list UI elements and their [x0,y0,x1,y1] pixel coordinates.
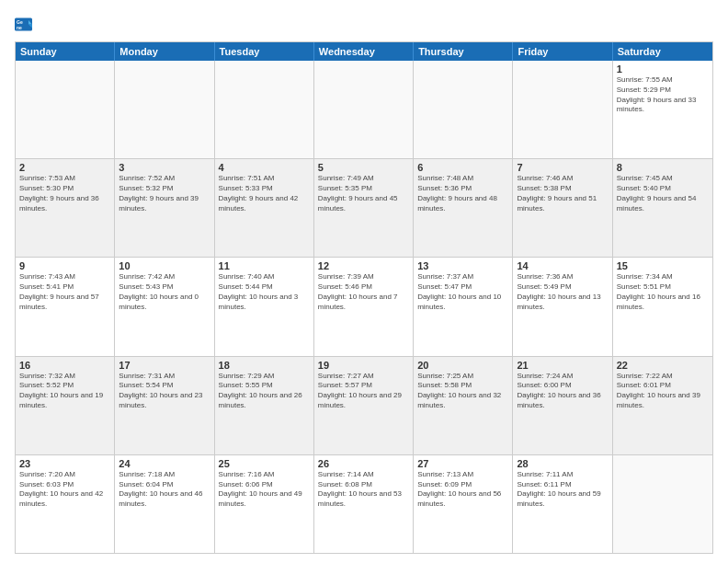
calendar-cell: 12Sunrise: 7:39 AM Sunset: 5:46 PM Dayli… [314,258,414,355]
calendar-cell: 21Sunrise: 7:24 AM Sunset: 6:00 PM Dayli… [513,357,612,454]
day-info: Sunrise: 7:22 AM Sunset: 6:01 PM Dayligh… [617,372,709,411]
calendar-header-cell: Tuesday [215,42,314,61]
calendar-cell: 8Sunrise: 7:45 AM Sunset: 5:40 PM Daylig… [613,159,712,257]
calendar-cell: 23Sunrise: 7:20 AM Sunset: 6:03 PM Dayli… [16,455,115,553]
calendar-row: 16Sunrise: 7:32 AM Sunset: 5:52 PM Dayli… [16,357,712,455]
day-number: 17 [119,360,210,371]
day-info: Sunrise: 7:27 AM Sunset: 5:57 PM Dayligh… [318,372,409,411]
day-info: Sunrise: 7:24 AM Sunset: 6:00 PM Dayligh… [517,372,608,411]
calendar-cell: 5Sunrise: 7:49 AM Sunset: 5:35 PM Daylig… [314,159,414,257]
calendar-body: 1Sunrise: 7:55 AM Sunset: 5:29 PM Daylig… [16,61,712,553]
day-number: 1 [617,63,709,75]
day-number: 4 [219,162,310,173]
calendar-header-cell: Thursday [414,42,513,61]
calendar-header-cell: Monday [115,42,214,61]
calendar-cell: 2Sunrise: 7:53 AM Sunset: 5:30 PM Daylig… [16,159,115,257]
day-number: 10 [119,260,210,271]
day-number: 18 [219,360,310,371]
day-number: 24 [119,458,210,469]
calendar-row: 1Sunrise: 7:55 AM Sunset: 5:29 PM Daylig… [16,61,712,159]
calendar-cell: 18Sunrise: 7:29 AM Sunset: 5:55 PM Dayli… [215,357,314,454]
calendar-cell: 14Sunrise: 7:36 AM Sunset: 5:49 PM Dayli… [513,258,612,355]
calendar-cell: 13Sunrise: 7:37 AM Sunset: 5:47 PM Dayli… [414,258,513,355]
day-info: Sunrise: 7:52 AM Sunset: 5:32 PM Dayligh… [119,174,210,213]
day-number: 2 [19,162,110,173]
calendar-header-cell: Friday [513,42,612,61]
calendar-row: 2Sunrise: 7:53 AM Sunset: 5:30 PM Daylig… [16,159,712,258]
calendar-header-cell: Wednesday [314,42,414,61]
day-info: Sunrise: 7:51 AM Sunset: 5:33 PM Dayligh… [219,174,310,213]
calendar: SundayMondayTuesdayWednesdayThursdayFrid… [15,41,713,554]
logo-icon: Ge ne [15,16,33,34]
calendar-cell: 24Sunrise: 7:18 AM Sunset: 6:04 PM Dayli… [115,455,214,553]
day-info: Sunrise: 7:42 AM Sunset: 5:43 PM Dayligh… [119,272,210,312]
calendar-header: SundayMondayTuesdayWednesdayThursdayFrid… [16,42,712,61]
day-info: Sunrise: 7:14 AM Sunset: 6:08 PM Dayligh… [318,470,409,510]
day-number: 6 [417,162,508,173]
calendar-cell: 7Sunrise: 7:46 AM Sunset: 5:38 PM Daylig… [513,159,612,257]
day-number: 15 [617,260,709,271]
calendar-cell: 20Sunrise: 7:25 AM Sunset: 5:58 PM Dayli… [414,357,513,454]
day-info: Sunrise: 7:55 AM Sunset: 5:29 PM Dayligh… [617,75,709,115]
day-info: Sunrise: 7:46 AM Sunset: 5:38 PM Dayligh… [517,174,608,213]
calendar-cell: 28Sunrise: 7:11 AM Sunset: 6:11 PM Dayli… [513,455,612,553]
day-number: 21 [517,360,608,371]
logo: Ge ne [15,15,35,34]
day-number: 5 [318,162,409,173]
calendar-cell [314,61,414,158]
day-info: Sunrise: 7:40 AM Sunset: 5:44 PM Dayligh… [219,272,310,312]
day-info: Sunrise: 7:43 AM Sunset: 5:41 PM Dayligh… [19,272,110,312]
calendar-cell: 19Sunrise: 7:27 AM Sunset: 5:57 PM Dayli… [314,357,414,454]
day-number: 11 [219,260,310,271]
day-number: 12 [318,260,409,271]
calendar-row: 23Sunrise: 7:20 AM Sunset: 6:03 PM Dayli… [16,455,712,553]
day-number: 27 [417,458,508,469]
calendar-cell [215,61,314,158]
day-info: Sunrise: 7:37 AM Sunset: 5:47 PM Dayligh… [417,272,508,312]
day-number: 28 [517,458,608,469]
calendar-header-cell: Saturday [613,42,712,61]
day-info: Sunrise: 7:34 AM Sunset: 5:51 PM Dayligh… [617,272,709,312]
calendar-cell: 16Sunrise: 7:32 AM Sunset: 5:52 PM Dayli… [16,357,115,454]
calendar-cell: 15Sunrise: 7:34 AM Sunset: 5:51 PM Dayli… [613,258,712,355]
day-number: 19 [318,360,409,371]
calendar-cell [414,61,513,158]
calendar-cell [513,61,612,158]
calendar-cell: 27Sunrise: 7:13 AM Sunset: 6:09 PM Dayli… [414,455,513,553]
day-number: 23 [19,458,110,469]
day-number: 9 [19,260,110,271]
day-number: 3 [119,162,210,173]
day-info: Sunrise: 7:32 AM Sunset: 5:52 PM Dayligh… [19,372,110,411]
day-info: Sunrise: 7:13 AM Sunset: 6:09 PM Dayligh… [417,470,508,510]
calendar-cell: 25Sunrise: 7:16 AM Sunset: 6:06 PM Dayli… [215,455,314,553]
day-info: Sunrise: 7:45 AM Sunset: 5:40 PM Dayligh… [617,174,709,213]
day-number: 16 [19,360,110,371]
calendar-cell: 11Sunrise: 7:40 AM Sunset: 5:44 PM Dayli… [215,258,314,355]
day-info: Sunrise: 7:25 AM Sunset: 5:58 PM Dayligh… [417,372,508,411]
day-info: Sunrise: 7:49 AM Sunset: 5:35 PM Dayligh… [318,174,409,213]
day-number: 13 [417,260,508,271]
day-number: 26 [318,458,409,469]
calendar-cell [16,61,115,158]
calendar-cell: 22Sunrise: 7:22 AM Sunset: 6:01 PM Dayli… [613,357,712,454]
svg-text:ne: ne [17,24,22,29]
calendar-cell: 17Sunrise: 7:31 AM Sunset: 5:54 PM Dayli… [115,357,214,454]
calendar-cell: 10Sunrise: 7:42 AM Sunset: 5:43 PM Dayli… [115,258,214,355]
day-info: Sunrise: 7:11 AM Sunset: 6:11 PM Dayligh… [517,470,608,510]
day-info: Sunrise: 7:20 AM Sunset: 6:03 PM Dayligh… [19,470,110,510]
calendar-cell [115,61,214,158]
day-info: Sunrise: 7:36 AM Sunset: 5:49 PM Dayligh… [517,272,608,312]
day-number: 14 [517,260,608,271]
day-info: Sunrise: 7:16 AM Sunset: 6:06 PM Dayligh… [219,470,310,510]
day-info: Sunrise: 7:18 AM Sunset: 6:04 PM Dayligh… [119,470,210,510]
calendar-header-cell: Sunday [16,42,115,61]
day-number: 25 [219,458,310,469]
day-info: Sunrise: 7:48 AM Sunset: 5:36 PM Dayligh… [417,174,508,213]
day-info: Sunrise: 7:53 AM Sunset: 5:30 PM Dayligh… [19,174,110,213]
calendar-cell [613,455,712,553]
calendar-row: 9Sunrise: 7:43 AM Sunset: 5:41 PM Daylig… [16,258,712,356]
calendar-cell: 9Sunrise: 7:43 AM Sunset: 5:41 PM Daylig… [16,258,115,355]
day-info: Sunrise: 7:29 AM Sunset: 5:55 PM Dayligh… [219,372,310,411]
page-header: Ge ne [15,15,713,34]
calendar-cell: 6Sunrise: 7:48 AM Sunset: 5:36 PM Daylig… [414,159,513,257]
